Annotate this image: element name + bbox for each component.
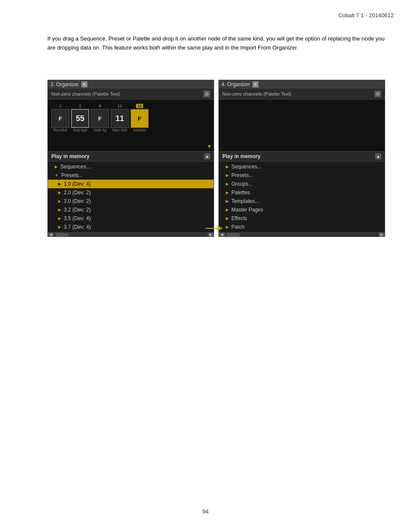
right-channel-label: Non-zero channels (Palette Text) <box>222 91 291 96</box>
left-tree-preset-2[interactable]: ▶ 2.0 (Dev: 2) <box>48 188 214 197</box>
right-h-scrollbar[interactable]: ◀ ▶ <box>219 232 385 236</box>
preset-32-arrow: ▶ <box>58 208 61 212</box>
left-tree-preset-1[interactable]: ▶ 1.0 (Dev: 4) <box>48 180 214 188</box>
fixture-12[interactable]: 12 F Selador <box>131 103 149 132</box>
left-scroll-left-btn[interactable]: ◀ <box>48 233 54 237</box>
left-scrollbar-track <box>54 233 208 237</box>
right-scroll-up-btn[interactable]: ▲ <box>375 153 381 159</box>
right-tree-effects[interactable]: ▶ Effects <box>219 214 385 223</box>
left-gear-icon[interactable]: ⚙ <box>203 90 210 97</box>
right-scroll-thumb <box>227 233 240 236</box>
right-gear-icon[interactable]: ⚙ <box>374 90 381 97</box>
right-play-memory-label: Play in memory <box>222 153 261 159</box>
right-tree-sequences[interactable]: ▶ Sequences... <box>219 162 385 171</box>
right-tree-patch[interactable]: ▶ Patch <box>219 223 385 231</box>
fixture-12-name: Selador <box>133 128 146 132</box>
left-tree-sequences[interactable]: ▶ Sequences... <box>48 162 214 171</box>
right-presets-label: Presets... <box>231 172 253 178</box>
preset-3-label: 3.0 (Dev: 2) <box>64 198 91 204</box>
right-palettes-label: Palettes <box>231 190 250 196</box>
left-tree-presets[interactable]: ▼ Presets... <box>48 171 214 180</box>
organizers-container: 3. Organizer ✕ Non-zero channels (Palett… <box>47 80 385 237</box>
right-close-button[interactable]: ✕ <box>252 81 258 87</box>
preset-32-label: 3.2 (Dev: 2) <box>64 207 91 213</box>
left-tree-preset-37[interactable]: ▶ 3.7 (Dev: 4) <box>48 223 214 231</box>
version-label: Cobalt 7.1 - 20140612 <box>338 12 394 19</box>
left-title-bar: 3. Organizer ✕ <box>48 80 214 89</box>
fixture-1[interactable]: 1 F Revoluti <box>51 103 69 132</box>
left-tree-list: ▶ Sequences... ▼ Presets... ▶ 1.0 (Dev: … <box>48 162 214 232</box>
fixture-2-number: 2 <box>72 103 89 109</box>
right-patch-arrow: ▶ <box>226 225 229 229</box>
right-channel-bar: Non-zero channels (Palette Text) ⚙ <box>219 89 385 100</box>
left-channel-label: Non-zero channels (Palette Text) <box>51 91 120 96</box>
organizer-left: 3. Organizer ✕ Non-zero channels (Palett… <box>47 80 214 237</box>
left-title: 3. Organizer <box>50 81 79 87</box>
right-fixture-area <box>219 100 385 151</box>
right-masterpages-label: Master Pages <box>231 207 263 213</box>
fixture-12-number: 12 <box>131 103 148 109</box>
right-templates-label: Templates... <box>231 198 259 204</box>
right-sequences-label: Sequences... <box>231 164 262 170</box>
sequences-arrow: ▶ <box>55 165 58 169</box>
right-effects-label: Effects <box>231 215 247 221</box>
left-play-memory-bar: Play in memory ▲ <box>48 152 214 162</box>
sequences-label: Sequences... <box>60 164 90 170</box>
preset-2-label: 2.0 (Dev: 2) <box>64 190 91 196</box>
right-groups-label: Groups... <box>231 181 252 187</box>
right-effects-arrow: ▶ <box>226 216 229 221</box>
fixture-8-box: F <box>91 109 109 128</box>
fixture-8[interactable]: 8 F Side lig <box>91 103 109 132</box>
presets-arrow: ▼ <box>55 173 59 177</box>
fixture-1-name: Revoluti <box>53 128 68 132</box>
left-scroll-thumb <box>56 233 68 236</box>
presets-label: Presets... <box>61 172 83 178</box>
fixture-1-number: 1 <box>52 103 69 109</box>
preset-35-label: 3.5 (Dev: 4) <box>64 215 91 221</box>
fixture-11-box: 11 <box>111 109 129 128</box>
right-groups-arrow: ▶ <box>226 182 229 186</box>
right-scrollbar-track <box>225 233 379 237</box>
left-tree-preset-35[interactable]: ▶ 3.5 (Dev: 4) <box>48 214 214 223</box>
preset-3-arrow: ▶ <box>58 199 61 203</box>
right-tree-presets[interactable]: ▶ Presets... <box>219 171 385 180</box>
right-scroll-right-btn[interactable]: ▶ <box>379 233 385 237</box>
organizer-right: 4. Organizer ✕ Non-zero channels (Palett… <box>218 80 385 237</box>
right-title-bar: 4. Organizer ✕ <box>219 80 385 89</box>
left-play-memory-label: Play in memory <box>51 153 90 159</box>
fixture-2-box: 55 <box>71 109 89 128</box>
left-scroll-up-btn[interactable]: ▲ <box>204 153 210 159</box>
left-tree-preset-3[interactable]: ▶ 3.0 (Dev: 2) <box>48 197 214 205</box>
right-patch-label: Patch <box>231 224 245 230</box>
left-close-button[interactable]: ✕ <box>81 81 87 87</box>
preset-1-arrow: ▶ <box>58 182 61 186</box>
right-masterpages-arrow: ▶ <box>226 208 229 212</box>
left-h-scrollbar[interactable]: ◀ ▶ <box>48 232 214 236</box>
left-tree-preset-32[interactable]: ▶ 3.2 (Dev: 2) <box>48 205 214 214</box>
description-text: If you drag a Sequence, Preset or Palett… <box>47 34 385 53</box>
right-title: 4. Organizer <box>221 81 250 87</box>
right-tree-palettes[interactable]: ▶ Palettes <box>219 188 385 197</box>
preset-37-arrow: ▶ <box>58 225 61 229</box>
fixture-row: 1 F Revoluti 2 55 Key ligh <box>51 103 210 132</box>
preset-35-arrow: ▶ <box>58 216 61 221</box>
fixture-12-box: F <box>131 109 149 128</box>
fixture-11-number: 11 <box>111 103 128 109</box>
fixture-11[interactable]: 11 11 Mac 300 <box>111 103 129 132</box>
left-channel-bar: Non-zero channels (Palette Text) ⚙ <box>48 89 214 100</box>
right-sequences-arrow: ▶ <box>226 165 229 169</box>
preset-1-label: 1.0 (Dev: 4) <box>64 181 91 187</box>
page-number: 94 <box>202 508 209 515</box>
fixture-8-number: 8 <box>91 103 109 109</box>
right-tree-groups[interactable]: ▶ Groups... <box>219 180 385 188</box>
fixture-scroll-arrow[interactable]: ▼ <box>207 143 212 149</box>
preset-37-label: 3.7 (Dev: 4) <box>64 224 91 230</box>
fixture-2[interactable]: 2 55 Key ligh <box>71 103 89 132</box>
right-tree-master-pages[interactable]: ▶ Master Pages <box>219 205 385 214</box>
right-templates-arrow: ▶ <box>226 199 229 203</box>
right-tree-templates[interactable]: ▶ Templates... <box>219 197 385 205</box>
drag-arrow <box>206 224 223 234</box>
preset-2-arrow: ▶ <box>58 190 61 195</box>
fixture-1-box: F <box>51 109 69 128</box>
right-play-memory-bar: Play in memory ▲ <box>219 152 385 162</box>
